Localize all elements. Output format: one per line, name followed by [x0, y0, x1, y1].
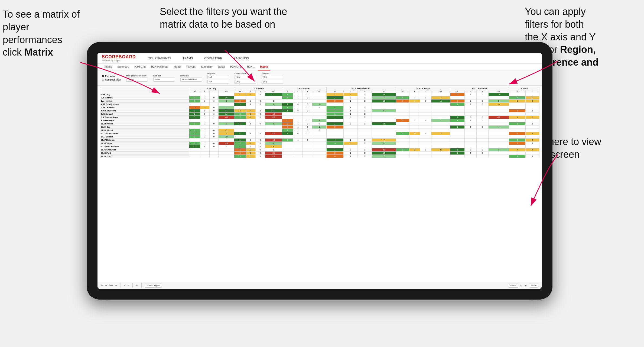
watch-button[interactable]: Watch — [508, 284, 518, 288]
matrix-cell — [465, 109, 477, 113]
matrix-cell: 0 — [396, 99, 409, 103]
table-row: 3. J Koivun110201000101304011010312 — [100, 99, 539, 103]
matrix-cell: -20 — [265, 152, 282, 155]
matrix-cell: 0 — [282, 126, 293, 129]
max-players-select[interactable]: Top 25 — [126, 78, 148, 82]
matrix-cell: 1 — [450, 148, 464, 152]
tab-h2h-grid2[interactable]: H2H Grid — [228, 64, 244, 70]
max-players-filter: Max players in view Top 25 — [126, 75, 148, 82]
matrix-cell: -45 — [219, 116, 234, 119]
matrix-container[interactable]: 1. W Ding 2. L Clanton 3. J Koivun 4. M … — [97, 86, 542, 282]
matrix-cell: 0 — [209, 96, 219, 99]
matrix-cell — [265, 96, 282, 99]
matrix-cell: 1 — [189, 135, 200, 139]
matrix-cell: 1 — [326, 113, 343, 116]
matrix-cell — [282, 152, 293, 155]
full-view-option[interactable]: Full View — [102, 75, 121, 78]
tab-summary2[interactable]: Summary — [199, 64, 215, 70]
matrix-cell — [343, 135, 357, 139]
tab-h2h-grid[interactable]: H2H Grid — [132, 64, 148, 70]
matrix-cell: 0 — [303, 106, 312, 109]
table-row: 9. N Gabrelcik01090101110 — [100, 119, 539, 122]
nav-teams[interactable]: TEAMS — [181, 56, 194, 61]
compact-view-option[interactable]: Compact View — [102, 78, 121, 81]
matrix-cell — [396, 122, 409, 126]
table-row: 4. M Thorbjornsen10011001110-6 — [100, 103, 539, 106]
region-select-2[interactable]: N/A — [207, 80, 229, 84]
matrix-cell — [450, 139, 464, 142]
matrix-cell: 1 — [509, 116, 526, 119]
toolbar-zoom-in[interactable]: + — [128, 284, 129, 287]
c3-w: W — [282, 90, 293, 93]
players-select-1[interactable]: (All) — [262, 75, 283, 79]
matrix-cell: 0 — [246, 122, 255, 126]
toolbar-icon-2[interactable]: ⊞ — [525, 284, 527, 287]
players-select-2[interactable]: (All) — [262, 80, 283, 84]
conference-select-2[interactable]: (All) — [235, 80, 256, 84]
nav-rankings[interactable]: RANKINGS — [232, 56, 251, 61]
matrix-cell — [465, 135, 477, 139]
matrix-cell: 4 — [265, 142, 282, 145]
toolbar-settings[interactable]: ⚙ — [136, 284, 138, 287]
division-select[interactable]: NCAA Division I — [180, 78, 202, 82]
matrix-cell — [526, 103, 539, 106]
toolbar-sep-1 — [121, 283, 121, 288]
toolbar-back[interactable]: ⟵ — [109, 284, 113, 287]
matrix-cell: 0 — [255, 139, 265, 142]
toolbar-icon-1[interactable]: ⊡ — [520, 284, 522, 287]
compact-view-radio[interactable] — [102, 79, 104, 81]
tab-h2h-more[interactable]: H2H... — [245, 64, 257, 70]
toolbar-undo[interactable]: ↩ — [101, 284, 103, 287]
matrix-cell — [255, 129, 265, 132]
tab-summary[interactable]: Summary — [115, 64, 131, 70]
tab-matrix-active[interactable]: Matrix — [258, 64, 270, 70]
region-select-1[interactable]: N/A — [207, 75, 229, 79]
gender-select[interactable]: Men's — [153, 78, 175, 82]
tab-h2h-heatmap[interactable]: H2H Heatmap — [149, 64, 170, 70]
matrix-cell: 1 — [200, 122, 210, 126]
tab-players[interactable]: Players — [184, 64, 198, 70]
matrix-cell — [477, 129, 489, 132]
matrix-cell: 0 — [293, 109, 303, 113]
full-view-radio[interactable] — [102, 75, 104, 77]
matrix-cell: 3 — [343, 142, 357, 145]
matrix-cell: 1 — [200, 142, 210, 145]
share-button[interactable]: Share — [529, 284, 538, 288]
matrix-cell: 3 — [326, 142, 343, 145]
tab-teams[interactable]: Teams — [102, 64, 114, 70]
matrix-cell — [396, 145, 409, 148]
matrix-cell — [246, 129, 255, 132]
view-original-button[interactable]: View: Original — [145, 284, 162, 288]
toolbar-redo[interactable]: ↪ — [105, 284, 107, 287]
matrix-cell — [477, 142, 489, 145]
matrix-cell — [396, 116, 409, 119]
matrix-cell — [420, 135, 431, 139]
matrix-cell: 0 — [326, 99, 343, 103]
matrix-cell: 0 — [420, 132, 431, 135]
matrix-cell — [477, 139, 489, 142]
nav-committee[interactable]: COMMITTEE — [203, 56, 224, 61]
nav-tournaments[interactable]: TOURNAMENTS — [147, 56, 173, 61]
matrix-cell: 0 — [282, 122, 293, 126]
toolbar-zoom-out[interactable]: − — [124, 284, 125, 287]
matrix-cell: 1 — [526, 155, 539, 158]
row-header: 7. G Sargent — [100, 113, 189, 116]
tab-detail[interactable]: Detail — [216, 64, 227, 70]
matrix-cell: 1 — [234, 93, 246, 96]
matrix-cell: 1 — [343, 155, 357, 158]
matrix-cell: 2 — [509, 139, 526, 142]
tab-matrix[interactable]: Matrix — [171, 64, 183, 70]
matrix-cell: -6 — [219, 129, 234, 132]
matrix-cell: 1 — [246, 99, 255, 103]
matrix-cell: 2 — [234, 142, 246, 145]
matrix-cell — [265, 126, 282, 129]
matrix-cell: 1 — [431, 119, 450, 122]
matrix-cell: 3 — [526, 132, 539, 135]
matrix-cell — [509, 129, 526, 132]
toolbar-refresh[interactable]: ⟳ — [115, 284, 117, 287]
matrix-cell: 0 — [477, 99, 489, 103]
matrix-cell: 2 — [246, 142, 255, 145]
row-header: 10. B Valdes — [100, 122, 189, 126]
conference-select-1[interactable]: (All) — [235, 75, 256, 79]
matrix-cell — [343, 145, 357, 148]
